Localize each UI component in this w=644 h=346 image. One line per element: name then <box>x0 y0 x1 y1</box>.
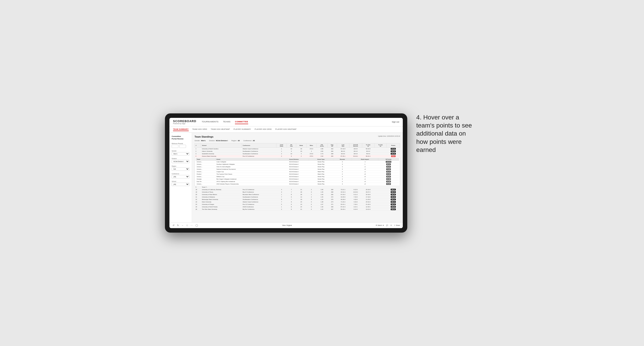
vs-top25-cell: 24-31-0 <box>362 201 374 203</box>
expanded-table-row: Georgia Ben Hogan Collegiate Invitationa… <box>196 178 399 180</box>
conference-cell: Pac-12 Conference <box>242 155 276 158</box>
more-button[interactable]: ⋯ <box>190 224 193 227</box>
tab-player-summary[interactable]: PLAYER SUMMARY <box>234 128 251 131</box>
division-select[interactable]: NCAA Division I <box>172 160 190 163</box>
grid-button[interactable]: ☷ <box>390 224 392 226</box>
filter-region-label: Region: <box>231 140 237 141</box>
vs-top25-cell: 21-32-0 <box>362 203 374 206</box>
undo-button[interactable]: ↺ <box>172 224 175 227</box>
nav-tournaments[interactable]: TOURNAMENTS <box>202 120 218 124</box>
sign-out-button[interactable]: Sign out <box>392 121 399 123</box>
wins-cell: 0 <box>306 208 316 211</box>
col-vs-top-25: Vs Top25 <box>362 144 374 148</box>
logo-title: SCOREBOARD <box>173 120 196 123</box>
eye-icon: 👁 <box>376 224 377 226</box>
exp-rounds: 3 <box>333 166 352 168</box>
nav-committee[interactable]: COMMITTEE <box>235 120 248 124</box>
overall-record-cell: 29-4-0 <box>349 150 362 153</box>
expanded-table-row: Univers... Southern Highlands Collegiate… <box>196 163 399 166</box>
conference-cell: Southeastern Conference <box>242 196 276 198</box>
vs-top50-cell <box>374 155 386 158</box>
points-cell[interactable]: 90.30 <box>386 153 400 155</box>
rank-cell: 3 <box>195 153 201 155</box>
no-tour-cell: 7 <box>286 198 296 201</box>
back-button[interactable]: ← <box>181 224 184 227</box>
toolbar-right: 👁 Watch ▼ 💬 ☷ ⇧ Share <box>376 224 400 226</box>
points-cell[interactable]: 88.41 <box>386 198 400 201</box>
points-cell[interactable]: 79.5 <box>386 155 400 158</box>
conf-rank-cell: 4 <box>276 188 286 191</box>
redo-button[interactable]: ↻ <box>176 224 179 227</box>
exp-division: NCAA Division I <box>279 171 309 173</box>
low-rnk-cell: 71-22-2 <box>337 201 349 203</box>
col-conf-rank: ConfRank <box>276 144 286 148</box>
col-conference: Conference <box>242 144 276 148</box>
exp-team: Univers... <box>196 183 216 185</box>
low-rnk-cell: 42-31-3 <box>337 191 349 193</box>
conference-cell: Southeastern Conference <box>242 198 276 201</box>
school-cell: Auburn University <box>201 150 242 153</box>
tab-player-h2h-grid[interactable]: PLAYER H2H GRID <box>255 128 272 131</box>
expanded-table-row: East Ter OFCC Fighting Illini Invitation… <box>196 180 399 183</box>
min-rounds-input-1[interactable] <box>172 145 178 148</box>
exp-team: Univers... <box>196 163 216 166</box>
tab-team-summary[interactable]: TEAM SUMMARY <box>173 128 189 131</box>
low-rnk-cell: 73-21-1 <box>337 188 349 191</box>
min-rounds-input-2[interactable] <box>179 145 186 148</box>
points-cell[interactable]: 88.89 <box>386 206 400 208</box>
filter-gender-label: Gender: <box>194 140 200 141</box>
points-cell[interactable]: 88.71 <box>386 201 400 203</box>
rank-cell: 5 <box>195 186 201 188</box>
exp-rank-impact: +0 <box>352 173 378 175</box>
points-cell[interactable]: 88.07 <box>386 188 400 191</box>
col-school: School <box>201 144 242 148</box>
overall-record-cell: 7-19-1 <box>349 203 362 206</box>
table-row: 22 Mississippi State University Southeas… <box>195 198 400 201</box>
points-cell[interactable]: 88.34 <box>386 203 400 206</box>
points-cell[interactable]: 88.70 <box>386 191 400 193</box>
copy-button[interactable]: □ <box>186 224 188 227</box>
rank-cell: 18 <box>195 188 201 191</box>
share-button[interactable]: ⇧ Share <box>394 224 400 226</box>
conf-rank-cell: 2 <box>276 153 286 155</box>
exp-type: Stroke Play <box>309 180 333 183</box>
no-tour-cell: 10 <box>286 148 296 150</box>
wins-cell: 0 <box>306 191 316 193</box>
region-select[interactable]: N/A <box>172 168 190 171</box>
gender-select[interactable]: Men's <box>172 152 190 156</box>
main-content: CommitteePortal Review Minimum Rounds Ge… <box>170 133 403 222</box>
watch-button[interactable]: 👁 Watch ▼ <box>376 224 384 226</box>
vs-top50-cell <box>374 191 386 193</box>
exp-rank-impact: 1 <box>352 163 378 166</box>
low-rnk-cell: 86-4-0 <box>337 150 349 153</box>
conference-cell: Pac-12 Conference <box>242 188 276 191</box>
points-cell[interactable]: 88.94 <box>386 208 400 211</box>
sidebar-conference: Conference (All) <box>172 173 190 178</box>
points-cell[interactable]: 93.31 <box>386 150 400 153</box>
exp-w-points: 74.81 <box>378 168 399 171</box>
avg-sg-cell: 262 <box>328 148 337 150</box>
wins-cell: 4 <box>306 150 316 153</box>
conf-rank-cell <box>276 186 286 188</box>
avg-sg-cell: 268 <box>328 191 337 193</box>
bnds-cell: 24 <box>296 206 306 208</box>
adj-score-cell: 1.30 <box>316 206 328 208</box>
points-cell[interactable] <box>386 186 400 188</box>
nav-teams[interactable]: TEAMS <box>223 120 231 124</box>
conference-select[interactable]: (All) <box>172 175 190 178</box>
feedback-button[interactable]: 💬 <box>386 224 388 226</box>
exp-type: Stroke Play <box>309 183 333 185</box>
school-select[interactable]: (All) <box>172 183 190 186</box>
tab-player-h2h-heatmap[interactable]: PLAYER H2H HEATMAP <box>275 128 297 131</box>
points-cell[interactable]: 97.02 <box>386 148 400 150</box>
conference-cell: ASUN Conference <box>242 206 276 208</box>
wins-cell: 0 <box>306 206 316 208</box>
col-rank: # <box>195 144 201 148</box>
points-cell[interactable]: 88.49 <box>386 193 400 196</box>
vs-top50-cell <box>374 198 386 201</box>
exp-rank-impact: +1 <box>352 166 378 168</box>
view-original-button[interactable]: View: Original <box>282 224 292 226</box>
tab-team-h2h-heatmap[interactable]: TEAM H2H HEATMAP <box>211 128 230 131</box>
points-cell[interactable]: 88.48 <box>386 196 400 198</box>
tab-team-h2h-grid[interactable]: TEAM H2H GRID <box>192 128 207 131</box>
